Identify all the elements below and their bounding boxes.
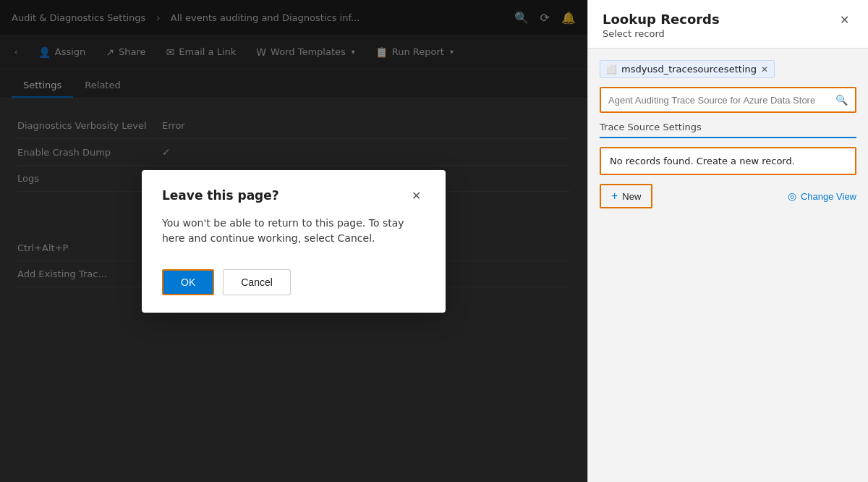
- tag-chip: ⬜ msdyusd_tracesourcesetting ✕: [600, 60, 775, 78]
- change-view-button[interactable]: ◎ Change View: [788, 190, 856, 202]
- modal-header: Leave this page? ✕: [162, 187, 425, 204]
- chip-label: msdyusd_tracesourcesetting: [621, 64, 757, 75]
- select-record-subtitle: Select record: [603, 28, 720, 39]
- right-panel-header: Lookup Records Select record ✕: [588, 0, 868, 48]
- close-icon: ✕: [840, 14, 849, 26]
- close-icon: ✕: [412, 190, 421, 202]
- eye-icon: ◎: [788, 190, 796, 202]
- new-button-row: + New ◎ Change View: [600, 184, 856, 208]
- right-panel-body: ⬜ msdyusd_tracesourcesetting ✕ 🔍 Trace S…: [588, 48, 868, 220]
- main-area: Audit & Diagnostics Settings › All event…: [0, 0, 587, 482]
- modal-footer: OK Cancel: [162, 269, 425, 295]
- no-records-message: No records found. Create a new record.: [600, 147, 856, 175]
- modal-overlay: Leave this page? ✕ You won't be able to …: [0, 0, 587, 482]
- modal-body: You won't be able to return to this page…: [162, 216, 425, 246]
- right-panel: Lookup Records Select record ✕ ⬜ msdyusd…: [587, 0, 868, 482]
- cancel-button[interactable]: Cancel: [223, 269, 291, 295]
- right-panel-titles: Lookup Records Select record: [603, 12, 720, 39]
- search-icon: 🔍: [835, 94, 848, 106]
- search-button[interactable]: 🔍: [828, 88, 855, 111]
- modal-title: Leave this page?: [162, 188, 279, 203]
- right-panel-close-button[interactable]: ✕: [835, 12, 854, 28]
- chip-icon: ⬜: [606, 64, 617, 75]
- modal-dialog: Leave this page? ✕ You won't be able to …: [142, 170, 446, 313]
- lookup-records-title: Lookup Records: [603, 12, 720, 27]
- search-box: 🔍: [600, 87, 856, 113]
- ok-button[interactable]: OK: [162, 269, 214, 295]
- chip-close-button[interactable]: ✕: [761, 64, 768, 75]
- plus-icon: +: [611, 190, 618, 203]
- modal-close-button[interactable]: ✕: [407, 187, 425, 204]
- search-input[interactable]: [601, 89, 828, 111]
- section-label: Trace Source Settings: [600, 122, 856, 138]
- chip-container: ⬜ msdyusd_tracesourcesetting ✕: [600, 60, 856, 78]
- new-button[interactable]: + New: [600, 184, 652, 208]
